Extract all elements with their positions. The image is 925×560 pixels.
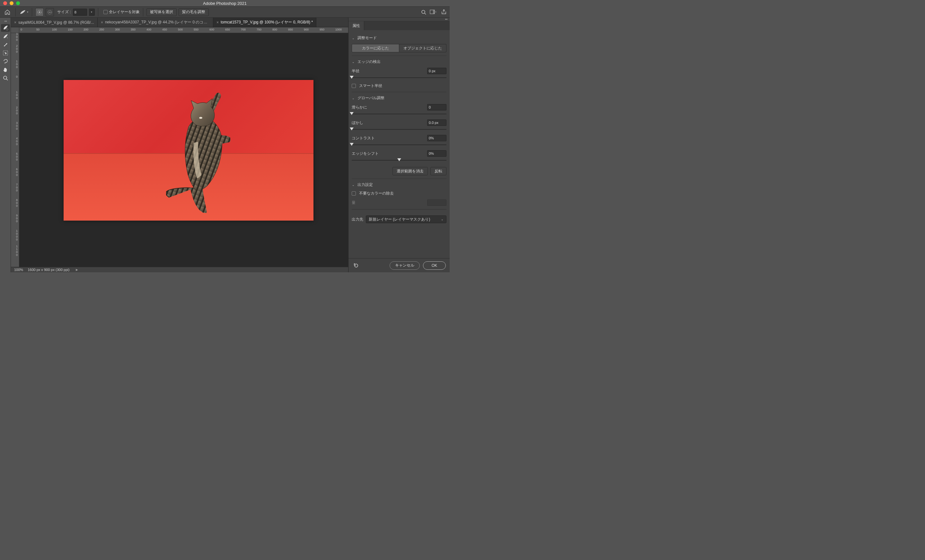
- sample-all-layers-checkbox[interactable]: 全レイヤーを対象: [103, 9, 140, 15]
- quick-select-tool[interactable]: [1, 24, 10, 32]
- brush-tool[interactable]: [1, 41, 10, 48]
- clear-selection-button[interactable]: 選択範囲を消去: [392, 167, 428, 175]
- refine-edge-brush-tool[interactable]: [1, 32, 10, 40]
- amount-slider: [352, 207, 446, 212]
- smart-radius-checkbox[interactable]: スマート半径: [352, 83, 446, 89]
- shift-edge-input[interactable]: [427, 150, 446, 157]
- search-icon[interactable]: [421, 9, 426, 15]
- chevron-down-icon: ⌄: [352, 37, 355, 40]
- svg-point-7: [3, 76, 7, 79]
- smooth-slider[interactable]: [352, 112, 446, 116]
- section-view-mode[interactable]: ⌄ 調整モード: [352, 35, 446, 41]
- brush-size-input[interactable]: [73, 9, 87, 16]
- amount-label: 量: [352, 200, 356, 206]
- contrast-input[interactable]: [427, 135, 446, 141]
- canvas-area[interactable]: [19, 33, 348, 267]
- vertical-ruler[interactable]: 3002001000100200300400500600700800900100…: [11, 33, 19, 267]
- invert-button[interactable]: 反転: [430, 167, 446, 175]
- shift-edge-label: エッジをシフト: [352, 151, 379, 157]
- mode-color-aware-button[interactable]: カラーに応じた: [352, 44, 399, 52]
- ruler-origin[interactable]: [11, 27, 19, 33]
- reset-icon[interactable]: [353, 262, 360, 269]
- document-canvas[interactable]: [63, 80, 313, 221]
- section-output-settings[interactable]: ⌄ 出力設定: [352, 182, 446, 188]
- shift-edge-slider[interactable]: [352, 158, 446, 163]
- contrast-slider[interactable]: [352, 143, 446, 147]
- chevron-down-icon: ⌄: [352, 183, 355, 187]
- ok-button[interactable]: OK: [423, 261, 446, 270]
- toolbar-collapse-icon[interactable]: ◂◂: [3, 20, 8, 23]
- cancel-button[interactable]: キャンセル: [390, 261, 420, 270]
- svg-rect-4: [433, 10, 435, 14]
- horizontal-ruler[interactable]: 0501001502002503003504004505005506006507…: [19, 27, 348, 33]
- radius-label: 半径: [352, 68, 359, 74]
- close-tab-icon[interactable]: ×: [217, 20, 219, 25]
- smooth-label: 滑らかに: [352, 105, 367, 110]
- output-to-label: 出力先: [352, 217, 363, 222]
- close-tab-icon[interactable]: ×: [14, 20, 17, 25]
- size-label: サイズ :: [57, 9, 71, 15]
- properties-panel: ▸▸ 属性 ⌄ 調整モード カラーに応じた オブジェクトに応じた ⌄ エッジの検…: [348, 18, 450, 272]
- object-select-tool[interactable]: [1, 49, 10, 57]
- smooth-input[interactable]: [427, 104, 446, 110]
- lasso-tool[interactable]: [1, 57, 10, 65]
- status-bar: 100% 1600 px x 900 px (300 ppi) ▶: [11, 267, 348, 272]
- feather-input[interactable]: [427, 119, 446, 126]
- zoom-tool[interactable]: [1, 74, 10, 82]
- radius-slider[interactable]: [352, 75, 446, 80]
- contrast-label: コントラスト: [352, 135, 375, 141]
- share-icon[interactable]: [441, 9, 447, 15]
- output-to-select[interactable]: 新規レイヤー (レイヤーマスクあり) ⌄: [366, 215, 446, 223]
- titlebar: Adobe Photoshop 2021: [0, 0, 450, 6]
- feather-slider[interactable]: [352, 127, 446, 132]
- amount-input: [427, 199, 446, 206]
- section-edge-detection[interactable]: ⌄ エッジの検出: [352, 59, 446, 65]
- radius-input[interactable]: [427, 68, 446, 74]
- zoom-level[interactable]: 100%: [14, 268, 23, 272]
- mode-object-aware-button[interactable]: オブジェクトに応じた: [399, 44, 446, 52]
- tools-panel: ◂◂: [0, 18, 11, 272]
- document-tab[interactable]: × sayaIMGL8064_TP_V.jpg @ 86.7% (RGB/...: [11, 18, 98, 27]
- section-global-refinements[interactable]: ⌄ グローバル調整: [352, 95, 446, 101]
- tool-preset-picker[interactable]: ▾: [19, 8, 29, 17]
- document-tab[interactable]: × tomcat1573_TP_V.jpg @ 100% (レイヤー 0, RG…: [213, 18, 316, 27]
- document-tab[interactable]: × nekocyan458A3307_TP_V.jpg @ 44.2% (レイヤ…: [98, 18, 213, 27]
- status-menu-icon[interactable]: ▶: [76, 268, 78, 271]
- subtract-mode-button[interactable]: [45, 8, 54, 17]
- add-mode-button[interactable]: [35, 8, 44, 17]
- select-subject-button[interactable]: 被写体を選択: [146, 8, 177, 16]
- properties-tab[interactable]: 属性: [348, 21, 364, 30]
- close-tab-icon[interactable]: ×: [101, 20, 103, 25]
- svg-point-10: [199, 117, 202, 119]
- panel-collapse-icon[interactable]: ▸▸: [348, 18, 450, 21]
- chevron-down-icon: ⌄: [441, 218, 444, 221]
- workspace-switcher-icon[interactable]: [430, 9, 438, 15]
- svg-point-5: [6, 28, 8, 30]
- app-title: Adobe Photoshop 2021: [0, 1, 450, 6]
- svg-point-2: [422, 10, 425, 14]
- refine-hair-button[interactable]: 髪の毛を調整: [179, 8, 209, 16]
- brush-size-dropdown[interactable]: ▾: [89, 9, 95, 16]
- hand-tool[interactable]: [1, 66, 10, 74]
- home-button[interactable]: [3, 8, 12, 17]
- chevron-down-icon: ⌄: [352, 60, 355, 63]
- document-tabs: × sayaIMGL8064_TP_V.jpg @ 86.7% (RGB/...…: [11, 18, 348, 27]
- options-bar: ▾ サイズ : ▾ 全レイヤーを対象 被写体を選択 髪の毛を調整: [0, 6, 450, 18]
- chevron-down-icon: ⌄: [352, 97, 355, 100]
- image-subject-cat: [166, 88, 230, 217]
- feather-label: ぼかし: [352, 120, 363, 126]
- document-dimensions[interactable]: 1600 px x 900 px (300 ppi): [28, 268, 69, 272]
- decontaminate-colors-checkbox[interactable]: 不要なカラーの除去: [352, 191, 446, 196]
